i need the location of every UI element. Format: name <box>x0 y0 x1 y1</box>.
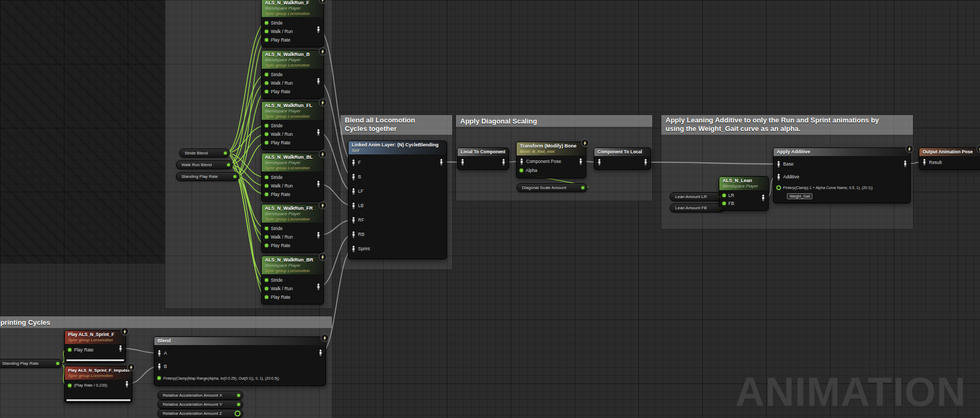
var-node-lean-amount-fb[interactable]: Lean Amount FB <box>670 203 725 212</box>
pose-input-pin[interactable] <box>351 188 356 195</box>
node-header[interactable]: Play ALS_N_Sprint_F Sync group Locomotio… <box>65 331 126 344</box>
stride-pin[interactable] <box>264 175 269 179</box>
pose-output-pin[interactable] <box>501 159 506 166</box>
play-rate-pin[interactable] <box>68 383 72 388</box>
node-als-n-walkrun-br[interactable]: ALS_N_WalkRun_BR Blendspace Player Sync … <box>261 256 324 305</box>
node-header[interactable]: Blend <box>154 337 326 345</box>
comment-title-bar[interactable]: Blend all Locomotion Cycles together <box>340 115 452 135</box>
walk-run-pin[interactable] <box>264 184 269 188</box>
node-als-n-walkrun-fr[interactable]: ALS_N_WalkRun_FR Blendspace Player Sync … <box>261 204 324 253</box>
pose-output-pin[interactable] <box>118 345 123 352</box>
node-apply-additive[interactable]: Apply Additive Base Additive FInterp(Cla… <box>773 147 911 203</box>
stride-pin[interactable] <box>264 72 269 77</box>
pose-output-pin[interactable] <box>316 181 321 187</box>
pose-output-pin[interactable] <box>761 194 766 201</box>
pose-output-pin[interactable] <box>316 26 321 33</box>
float-output-pin[interactable] <box>233 175 237 178</box>
float-output-pin[interactable] <box>223 151 227 155</box>
alpha-pin[interactable] <box>776 185 781 190</box>
node-header[interactable]: Output Animation Pose <box>919 148 980 156</box>
play-rate-pin[interactable] <box>264 192 269 196</box>
node-local-to-component[interactable]: Local To Component <box>457 147 509 170</box>
node-header[interactable]: Play ALS_N_Sprint_F_Impulse Sync group L… <box>65 366 132 380</box>
var-node-standing-play-rate[interactable]: Standing Play Rate <box>176 172 239 181</box>
play-rate-pin[interactable] <box>68 348 72 352</box>
node-play-als-n-sprint-f[interactable]: Play ALS_N_Sprint_F Sync group Locomotio… <box>64 330 126 363</box>
node-header[interactable]: Component To Local <box>594 148 651 156</box>
pose-output-pin[interactable] <box>316 232 321 239</box>
walk-run-pin[interactable] <box>264 29 269 34</box>
walk-run-pin[interactable] <box>264 235 269 239</box>
node-blend[interactable]: Blend A B FInterp(Clamp(Map Range(Alpha,… <box>154 337 326 386</box>
play-rate-pin[interactable] <box>264 295 269 299</box>
comment-title-bar[interactable]: Apply Diagonal Scaling <box>456 115 652 127</box>
stride-pin[interactable] <box>264 226 269 231</box>
float-output-pin[interactable] <box>56 362 60 365</box>
play-rate-pin[interactable] <box>264 243 269 248</box>
node-header[interactable]: ALS_N_WalkRun_BL Blendspace Player Sync … <box>262 153 323 171</box>
node-header[interactable]: ALS_N_Lean Blendspace Player <box>719 177 768 190</box>
stride-pin[interactable] <box>264 124 269 128</box>
pose-output-pin[interactable] <box>439 159 444 166</box>
node-header[interactable]: Transform (Modify) Bone Bone: ik_foot_ro… <box>517 142 586 155</box>
play-rate-pin[interactable] <box>264 38 269 42</box>
float-output-pin[interactable] <box>581 186 585 190</box>
walk-run-pin[interactable] <box>264 286 269 291</box>
stride-pin[interactable] <box>264 21 269 25</box>
node-linked-anim-layer[interactable]: Linked Anim Layer: (N) CycleBlending Sel… <box>348 141 447 259</box>
pose-input-pin[interactable] <box>776 161 781 168</box>
float-output-pin[interactable] <box>227 163 230 167</box>
stride-pin[interactable] <box>264 278 269 282</box>
pose-output-pin[interactable] <box>316 78 321 85</box>
alpha-pin[interactable] <box>519 168 524 173</box>
node-header[interactable]: ALS_N_WalkRun_B Blendspace Player Sync g… <box>262 51 323 69</box>
pose-output-pin[interactable] <box>316 129 321 136</box>
node-transform-modify-bone[interactable]: Transform (Modify) Bone Bone: ik_foot_ro… <box>516 142 586 178</box>
node-header[interactable]: Local To Component <box>458 148 509 156</box>
var-node-walk-run-blend[interactable]: Walk Run Blend <box>176 160 233 169</box>
var-node-rel-accel-x[interactable]: Relative Acceleration Amount X <box>157 391 243 400</box>
comment-title-bar[interactable]: Apply Leaning Additive to only the Run a… <box>661 115 913 135</box>
pose-input-pin[interactable] <box>351 245 356 252</box>
node-als-n-walkrun-fl[interactable]: ALS_N_WalkRun_FL Blendspace Player Sync … <box>261 101 324 150</box>
pose-input-pin[interactable] <box>460 159 465 166</box>
node-play-als-n-sprint-f-impulse[interactable]: Play ALS_N_Sprint_F_Impulse Sync group L… <box>64 366 132 403</box>
node-output-animation-pose[interactable]: Output Animation Pose Result <box>919 147 980 170</box>
pose-output-pin[interactable] <box>316 283 321 290</box>
float-output-pin[interactable] <box>235 411 240 416</box>
lr-pin[interactable] <box>722 193 726 198</box>
pose-output-pin[interactable] <box>578 158 583 165</box>
pose-input-pin[interactable] <box>519 158 524 165</box>
node-als-n-walkrun-f[interactable]: ALS_N_WalkRun_F Blendspace Player Sync g… <box>261 0 324 47</box>
var-node-stride-blend[interactable]: Stride Blend <box>179 149 230 158</box>
var-node-rel-accel-z[interactable]: Relative Acceleration Amount Z <box>157 409 243 418</box>
animgraph-canvas[interactable]: Blend all Locomotion Cycles together App… <box>0 0 980 418</box>
node-component-to-local[interactable]: Component To Local <box>594 147 651 170</box>
var-node-standing-play-rate-2[interactable]: Standing Play Rate <box>0 359 62 368</box>
node-als-n-lean[interactable]: ALS_N_Lean Blendspace Player LR FB <box>719 176 769 211</box>
pose-input-pin[interactable] <box>157 363 162 370</box>
pose-output-pin[interactable] <box>903 160 908 167</box>
pose-input-pin[interactable] <box>351 202 356 209</box>
var-node-lean-amount-lr[interactable]: Lean Amount LR <box>670 192 725 201</box>
node-als-n-walkrun-bl[interactable]: ALS_N_WalkRun_BL Blendspace Player Sync … <box>261 153 324 202</box>
alpha-pin[interactable] <box>157 376 161 380</box>
pose-input-pin[interactable] <box>351 231 356 238</box>
node-header[interactable]: ALS_N_WalkRun_F Blendspace Player Sync g… <box>262 0 323 17</box>
play-rate-pin[interactable] <box>264 141 269 145</box>
walk-run-pin[interactable] <box>264 132 269 136</box>
node-header[interactable]: Linked Anim Layer: (N) CycleBlending Sel… <box>348 141 446 154</box>
pose-input-pin[interactable] <box>776 174 781 181</box>
comment-title-bar[interactable]: Sprinting Cycles <box>0 316 332 328</box>
fb-pin[interactable] <box>722 201 726 206</box>
pose-input-pin[interactable] <box>351 217 356 224</box>
var-node-diagonal-scale-amount[interactable]: Diagonal Scale Amount <box>517 183 587 192</box>
node-header[interactable]: ALS_N_WalkRun_BR Blendspace Player Sync … <box>262 256 323 274</box>
float-output-pin[interactable] <box>237 394 240 397</box>
pose-input-pin[interactable] <box>597 159 602 166</box>
pose-output-pin[interactable] <box>643 159 648 166</box>
play-rate-pin[interactable] <box>264 89 269 94</box>
result-pin[interactable] <box>922 159 927 166</box>
float-output-pin[interactable] <box>237 403 240 406</box>
pose-input-pin[interactable] <box>351 174 356 181</box>
